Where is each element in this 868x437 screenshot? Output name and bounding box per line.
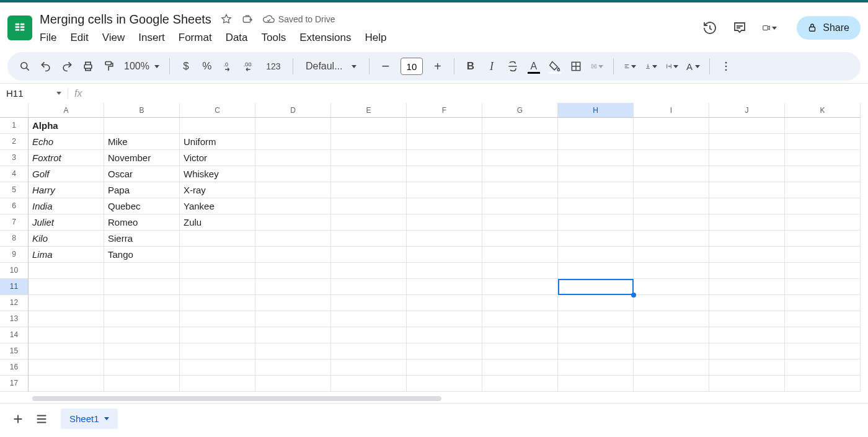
cell[interactable]: Juliet	[29, 214, 104, 231]
cell[interactable]	[407, 214, 482, 231]
zoom-select[interactable]: 100%	[124, 61, 159, 72]
col-header-F[interactable]: F	[407, 103, 482, 118]
cell[interactable]	[331, 150, 407, 166]
row-header[interactable]: 7	[0, 214, 29, 231]
cell[interactable]	[558, 279, 634, 295]
meet-icon[interactable]	[762, 20, 777, 35]
cell[interactable]	[558, 150, 634, 166]
cell[interactable]	[709, 247, 785, 263]
cell[interactable]	[785, 150, 861, 166]
scrollbar-thumb[interactable]	[32, 396, 441, 401]
cell[interactable]	[255, 231, 331, 247]
print-icon[interactable]	[82, 60, 94, 73]
cell[interactable]: Foxtrot	[29, 150, 104, 166]
cell[interactable]	[255, 118, 331, 134]
menu-extensions[interactable]: Extensions	[299, 32, 351, 44]
cell[interactable]	[255, 247, 331, 263]
paint-format-icon[interactable]	[103, 60, 115, 73]
cell[interactable]: Whiskey	[180, 166, 255, 182]
cell[interactable]	[104, 343, 180, 360]
increase-fontsize-icon[interactable]: +	[432, 60, 444, 73]
col-header-H[interactable]: H	[558, 103, 634, 118]
cell[interactable]	[634, 376, 709, 392]
save-status[interactable]: Saved to Drive	[262, 13, 335, 25]
cell[interactable]	[331, 134, 407, 150]
fill-color-icon[interactable]	[549, 60, 561, 73]
cell[interactable]	[558, 198, 634, 214]
cell[interactable]: Mike	[104, 134, 180, 150]
menu-insert[interactable]: Insert	[138, 32, 165, 44]
cell[interactable]	[558, 214, 634, 231]
cell[interactable]	[634, 214, 709, 231]
row-header[interactable]: 11	[0, 279, 29, 295]
cell[interactable]	[558, 376, 634, 392]
cell[interactable]	[634, 295, 709, 311]
cell[interactable]	[785, 198, 861, 214]
col-header-B[interactable]: B	[104, 103, 180, 118]
col-header-D[interactable]: D	[255, 103, 331, 118]
horizontal-align-icon[interactable]	[624, 60, 636, 73]
menu-format[interactable]: Format	[179, 32, 212, 44]
cell[interactable]	[785, 118, 861, 134]
col-header-I[interactable]: I	[634, 103, 709, 118]
cell[interactable]: Lima	[29, 247, 104, 263]
cell[interactable]	[558, 295, 634, 311]
cell[interactable]	[104, 311, 180, 327]
cell[interactable]	[785, 311, 861, 327]
move-icon[interactable]	[241, 13, 254, 25]
horizontal-scrollbar[interactable]	[0, 394, 868, 403]
italic-icon[interactable]: I	[485, 60, 498, 73]
cell[interactable]	[331, 376, 407, 392]
font-family-select[interactable]: Defaul...	[303, 58, 359, 75]
format-123-icon[interactable]: 123	[264, 60, 283, 73]
cell[interactable]	[407, 327, 482, 343]
cell[interactable]	[634, 311, 709, 327]
cell[interactable]	[29, 295, 104, 311]
cell[interactable]: Tango	[104, 247, 180, 263]
cell[interactable]	[709, 134, 785, 150]
row-header[interactable]: 9	[0, 247, 29, 263]
cell[interactable]	[482, 134, 558, 150]
cell[interactable]	[709, 376, 785, 392]
cell[interactable]	[482, 279, 558, 295]
row-header[interactable]: 12	[0, 295, 29, 311]
cell[interactable]	[180, 231, 255, 247]
cell[interactable]: Alpha	[29, 118, 104, 134]
cell[interactable]	[558, 118, 634, 134]
cell[interactable]: Zulu	[180, 214, 255, 231]
cell[interactable]	[255, 279, 331, 295]
cell[interactable]: Sierra	[104, 231, 180, 247]
cell[interactable]	[255, 311, 331, 327]
cell[interactable]	[482, 376, 558, 392]
cell[interactable]	[785, 327, 861, 343]
cell[interactable]	[407, 166, 482, 182]
percent-icon[interactable]: %	[201, 60, 213, 73]
menu-help[interactable]: Help	[365, 32, 386, 44]
cell[interactable]	[104, 376, 180, 392]
cell[interactable]: India	[29, 198, 104, 214]
cell[interactable]	[482, 295, 558, 311]
cell[interactable]	[407, 247, 482, 263]
cell[interactable]	[104, 360, 180, 376]
cell[interactable]	[407, 311, 482, 327]
cell[interactable]	[482, 231, 558, 247]
cell[interactable]	[331, 279, 407, 295]
cell[interactable]	[331, 295, 407, 311]
cell[interactable]: Harry	[29, 182, 104, 198]
row-header[interactable]: 5	[0, 182, 29, 198]
cell[interactable]	[29, 376, 104, 392]
cell[interactable]	[331, 327, 407, 343]
cell[interactable]	[407, 150, 482, 166]
cell[interactable]	[180, 311, 255, 327]
cell[interactable]	[709, 279, 785, 295]
cell[interactable]	[709, 343, 785, 360]
cell[interactable]	[482, 343, 558, 360]
cell[interactable]	[709, 327, 785, 343]
share-button[interactable]: Share	[797, 16, 861, 40]
cell[interactable]	[180, 343, 255, 360]
undo-icon[interactable]	[40, 60, 52, 73]
cell[interactable]	[104, 327, 180, 343]
cell[interactable]	[634, 279, 709, 295]
cell[interactable]	[407, 134, 482, 150]
cell[interactable]	[785, 295, 861, 311]
